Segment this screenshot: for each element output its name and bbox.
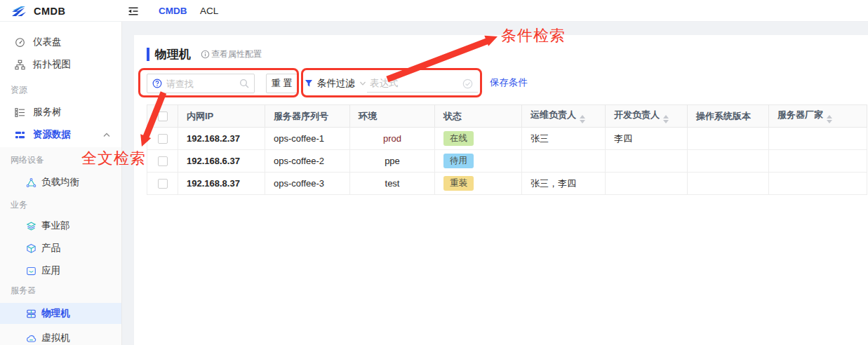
cell-vendor <box>769 150 867 172</box>
chevron-up-icon[interactable] <box>103 133 110 137</box>
app-logo[interactable]: CMDB <box>10 0 66 22</box>
toolbar: 重 置 条件过滤 保存条件 <box>134 72 868 95</box>
search-icon[interactable] <box>239 79 249 88</box>
check-circle-icon[interactable] <box>462 79 473 89</box>
menu-fold-icon[interactable] <box>127 5 140 18</box>
cell-status: 待用 <box>435 150 522 172</box>
sidebar-section-server: 服务器 <box>0 283 121 297</box>
status-badge: 重装 <box>443 176 474 191</box>
search-box <box>147 74 255 93</box>
filter-dropdown[interactable]: 条件过滤 <box>305 74 366 93</box>
topology-icon <box>14 59 25 70</box>
cube-icon <box>25 243 36 254</box>
app-header: CMDB CMDB ACL <box>0 0 868 22</box>
sidebar-item-topology[interactable]: 拓扑视图 <box>0 55 121 74</box>
sidebar-item-resource-data[interactable]: 资源数据 <box>0 125 121 144</box>
sidebar-item-label: 应用 <box>41 264 60 277</box>
sidebar-section-resource: 资源 <box>0 83 121 97</box>
col-env: 环境 <box>350 105 435 128</box>
cell-ops-owner <box>522 150 606 172</box>
sort-icon[interactable] <box>580 115 585 123</box>
cell-dev-owner <box>606 150 688 172</box>
load-balance-icon <box>25 177 36 188</box>
sidebar-section-business: 业务 <box>0 198 121 212</box>
dashboard-icon <box>14 36 25 48</box>
chevron-down-icon <box>359 81 366 86</box>
cloud-icon <box>25 332 36 344</box>
table-row: 192.168.8.37 ops-coffee-3 test 重装 张三，李四 <box>147 172 867 195</box>
cell-dev-owner <box>606 172 688 195</box>
table-row: 192.168.2.37 ops-coffee-1 prod 在线 张三 李四 <box>147 128 867 150</box>
cell-ip: 192.168.2.37 <box>178 128 265 150</box>
sidebar-item-label: 事业部 <box>41 219 70 232</box>
cell-dev-owner: 李四 <box>606 128 688 150</box>
col-dev-owner[interactable]: 开发负责人 <box>606 105 688 128</box>
status-badge: 在线 <box>443 131 474 146</box>
sidebar-item-virtual-machine[interactable]: 虚拟机 <box>0 328 121 345</box>
col-os-version: 操作系统版本 <box>688 105 769 128</box>
select-all-checkbox[interactable] <box>158 111 168 121</box>
annotation-fulltext-search: 全文检索 <box>81 148 146 169</box>
title-accent-bar <box>147 48 149 61</box>
cell-ops-owner: 张三 <box>522 128 606 150</box>
sort-icon[interactable] <box>663 115 669 123</box>
sidebar-item-load-balance[interactable]: 负载均衡 <box>0 172 121 192</box>
cell-ip: 192.168.6.37 <box>178 150 265 172</box>
cell-status: 重装 <box>435 172 522 195</box>
tab-cmdb[interactable]: CMDB <box>159 0 187 22</box>
page-title: 物理机 <box>155 46 191 62</box>
info-circle-icon <box>201 50 210 59</box>
sidebar-item-service-tree[interactable]: 服务树 <box>0 102 121 122</box>
results-table: 内网IP 服务器序列号 环境 状态 运维负责人 开发负责人 操作系统版本 服务器… <box>147 104 867 195</box>
search-input[interactable] <box>147 74 255 93</box>
cell-env: prod <box>350 128 435 150</box>
cell-vendor <box>769 172 867 195</box>
expression-input[interactable] <box>367 74 478 93</box>
tab-acl[interactable]: ACL <box>200 0 218 22</box>
sidebar-item-label: 产品 <box>41 242 60 255</box>
sort-icon[interactable] <box>827 115 832 123</box>
sidebar-submenu: 网络设备 负载均衡 业务 事业部 产品 应用 服务器 <box>0 147 121 345</box>
col-ops-owner[interactable]: 运维负责人 <box>522 105 606 128</box>
cell-serial: ops-coffee-2 <box>265 150 350 172</box>
sidebar-item-label: 虚拟机 <box>41 332 70 344</box>
sidebar-item-dashboard[interactable]: 仪表盘 <box>0 32 121 52</box>
sidebar-item-business-unit[interactable]: 事业部 <box>0 216 121 236</box>
logo-icon <box>10 4 28 18</box>
cell-env: test <box>350 172 435 195</box>
sidebar-item-label: 服务树 <box>33 106 62 119</box>
sidebar-item-application[interactable]: 应用 <box>0 261 121 280</box>
sidebar-item-label: 拓扑视图 <box>33 58 71 71</box>
cell-os-version <box>688 172 769 195</box>
sidebar-item-physical-machine[interactable]: 物理机 <box>0 303 121 324</box>
cell-ip: 192.168.8.37 <box>178 172 265 195</box>
cell-ops-owner: 张三，李四 <box>522 172 606 195</box>
save-condition-link[interactable]: 保存条件 <box>490 72 528 93</box>
cell-os-version <box>688 128 769 150</box>
col-serial: 服务器序列号 <box>265 105 350 128</box>
row-checkbox[interactable] <box>158 134 168 144</box>
sidebar-item-label: 负载均衡 <box>41 176 79 189</box>
row-checkbox[interactable] <box>158 156 168 166</box>
attr-config-link[interactable]: 查看属性配置 <box>201 48 262 60</box>
reset-button[interactable]: 重 置 <box>266 74 298 93</box>
col-status: 状态 <box>435 105 522 128</box>
annotation-condition-search: 条件检索 <box>501 25 566 46</box>
sidebar-item-product[interactable]: 产品 <box>0 238 121 258</box>
row-checkbox[interactable] <box>158 179 168 189</box>
page-background: 物理机 查看属性配置 重 置 条件过滤 保存条件 <box>122 22 868 345</box>
resource-data-icon <box>14 129 25 140</box>
filter-label: 条件过滤 <box>317 77 355 90</box>
sidebar-item-label: 资源数据 <box>33 128 71 141</box>
cell-os-version <box>688 150 769 172</box>
cell-serial: ops-coffee-1 <box>265 128 350 150</box>
table-header-row: 内网IP 服务器序列号 环境 状态 运维负责人 开发负责人 操作系统版本 服务器… <box>147 105 867 128</box>
cell-serial: ops-coffee-3 <box>265 172 350 195</box>
service-tree-icon <box>14 107 25 118</box>
sidebar-item-label: 仪表盘 <box>33 36 62 48</box>
question-circle-icon[interactable] <box>152 79 162 88</box>
col-ip: 内网IP <box>178 105 265 128</box>
col-vendor[interactable]: 服务器厂家 <box>769 105 867 128</box>
status-badge: 待用 <box>443 154 474 168</box>
content-card: 物理机 查看属性配置 重 置 条件过滤 保存条件 <box>134 35 868 345</box>
